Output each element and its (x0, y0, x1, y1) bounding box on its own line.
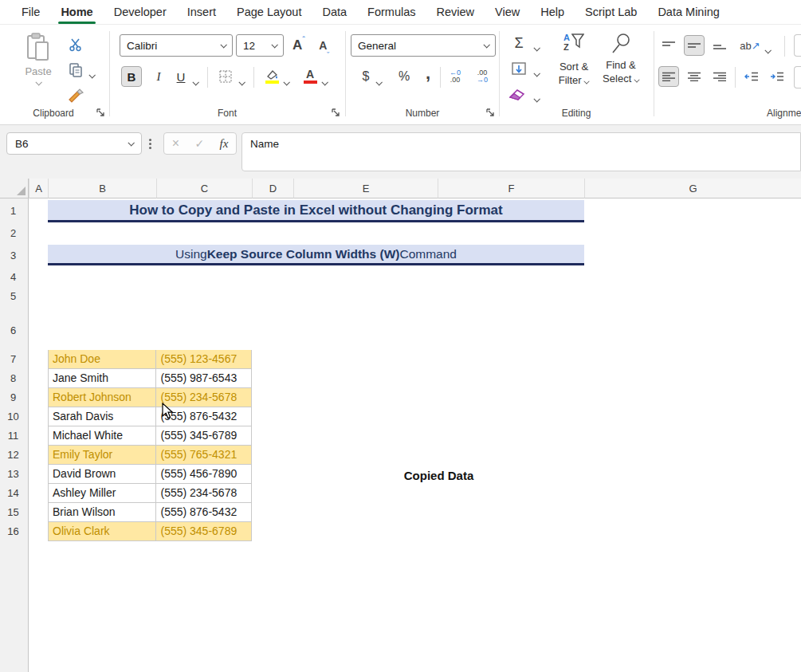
row-header-2[interactable]: 2 (0, 224, 26, 243)
tab-review[interactable]: Review (426, 0, 485, 24)
subtitle-cell[interactable]: Using Keep Source Column Widths (W) Comm… (48, 245, 584, 265)
cell-phone[interactable]: (555) 234-5678 (156, 388, 252, 407)
underline-chevron-icon[interactable] (193, 74, 201, 82)
align-center-button[interactable] (684, 66, 705, 87)
align-top-button[interactable] (658, 35, 679, 56)
row-header-13[interactable]: 13 (0, 465, 26, 484)
cell-name[interactable]: Robert Johnson (49, 388, 156, 407)
fill-color-button[interactable] (261, 66, 282, 87)
increase-indent-button[interactable] (767, 66, 787, 87)
format-painter-button[interactable] (65, 85, 86, 106)
row-header-12[interactable]: 12 (0, 446, 26, 465)
tab-view[interactable]: View (485, 0, 530, 24)
column-header-a[interactable]: A (29, 179, 48, 198)
tab-file[interactable]: File (11, 0, 50, 24)
number-dialog-launcher[interactable] (485, 108, 497, 119)
cell-name[interactable]: David Brown (49, 465, 156, 484)
cell-name[interactable]: Emily Taylor (49, 446, 156, 465)
increase-decimal-button[interactable]: ←0 .00 (445, 66, 465, 87)
cell-name[interactable]: Sarah Davis (49, 407, 156, 426)
italic-button[interactable]: I (148, 66, 169, 87)
font-size-combo[interactable]: 12 (236, 34, 284, 57)
row-header-11[interactable]: 11 (0, 426, 26, 446)
decrease-indent-button[interactable] (741, 66, 762, 87)
tab-script-lab[interactable]: Script Lab (575, 0, 647, 24)
row-header-1[interactable]: 1 (0, 202, 26, 221)
row-header-14[interactable]: 14 (0, 484, 26, 503)
row-header-8[interactable]: 8 (0, 369, 26, 388)
increase-font-button[interactable]: A ˆ (289, 35, 309, 56)
copy-chevron-icon[interactable] (89, 67, 97, 75)
font-color-chevron-icon[interactable] (322, 74, 330, 82)
font-color-button[interactable]: A (300, 66, 320, 87)
align-right-button[interactable] (709, 66, 730, 87)
cell-name[interactable]: Olivia Clark (49, 522, 156, 541)
clipped-button[interactable] (794, 34, 801, 57)
currency-chevron-icon[interactable] (376, 74, 384, 82)
decrease-decimal-button[interactable]: .00 →0 (472, 66, 493, 87)
cell-name[interactable]: John Doe (49, 350, 156, 369)
tab-page-layout[interactable]: Page Layout (226, 0, 312, 24)
cell-phone[interactable]: (555) 345-6789 (156, 426, 252, 446)
clipped-button[interactable] (794, 66, 801, 88)
clipboard-dialog-launcher[interactable] (96, 108, 107, 119)
decrease-font-button[interactable]: A ˆ (314, 35, 335, 56)
cell-name[interactable]: Jane Smith (49, 369, 156, 388)
font-dialog-launcher[interactable] (331, 108, 342, 119)
font-name-combo[interactable]: Calibri (120, 34, 233, 57)
cell-phone[interactable]: (555) 123-4567 (156, 350, 252, 369)
borders-chevron-icon[interactable] (239, 74, 247, 82)
cell-phone[interactable]: (555) 345-6789 (156, 522, 252, 541)
insert-function-icon[interactable]: fx (219, 137, 228, 151)
percent-button[interactable]: % (394, 66, 414, 87)
cell-phone[interactable]: (555) 876-5432 (156, 503, 252, 522)
formula-bar-input[interactable]: Name (241, 132, 801, 171)
find-select-button[interactable]: Find & Select (598, 33, 644, 108)
tab-formulas[interactable]: Formulas (357, 0, 426, 24)
row-header-16[interactable]: 16 (0, 522, 26, 541)
tab-help[interactable]: Help (530, 0, 575, 24)
copied-data-label[interactable]: Copied Data (293, 466, 584, 485)
row-header-9[interactable]: 9 (0, 388, 26, 407)
row-header-7[interactable]: 7 (0, 350, 26, 369)
bold-button[interactable]: B (121, 66, 142, 87)
cell-phone[interactable]: (555) 765-4321 (156, 446, 252, 465)
autosum-button[interactable]: Σ (508, 33, 529, 53)
row-header-4[interactable]: 4 (0, 268, 26, 287)
align-left-button[interactable] (658, 66, 679, 87)
fill-color-chevron-icon[interactable] (284, 74, 292, 82)
cell-phone[interactable]: (555) 876-5432 (156, 407, 252, 426)
align-bottom-button[interactable] (709, 35, 730, 56)
name-box[interactable]: B6 (6, 132, 142, 155)
column-header-c[interactable]: C (156, 179, 252, 198)
column-header-b[interactable]: B (48, 179, 156, 198)
tab-data[interactable]: Data (312, 0, 357, 24)
column-header-g[interactable]: G (584, 179, 801, 198)
underline-button[interactable]: U (171, 66, 191, 87)
row-header-6[interactable]: 6 (0, 321, 26, 340)
select-all-corner[interactable] (0, 179, 29, 198)
row-header-15[interactable]: 15 (0, 503, 26, 522)
borders-button[interactable] (215, 66, 236, 87)
paste-button[interactable]: Paste (14, 33, 62, 108)
tab-insert[interactable]: Insert (177, 0, 226, 24)
tab-home[interactable]: Home (50, 0, 103, 24)
copy-button[interactable] (65, 60, 86, 81)
cell-name[interactable]: Michael White (49, 426, 156, 446)
comma-button[interactable]: , (418, 66, 438, 87)
clear-button[interactable] (507, 84, 528, 104)
column-header-d[interactable]: D (252, 179, 293, 198)
orientation-chevron-icon[interactable] (765, 42, 773, 50)
autosum-chevron-icon[interactable] (534, 40, 542, 48)
enter-icon[interactable]: ✓ (194, 137, 204, 150)
number-format-combo[interactable]: General (351, 34, 496, 57)
row-header-3[interactable]: 3 (0, 246, 26, 265)
title-cell[interactable]: How to Copy and Paste in Excel without C… (48, 200, 584, 222)
column-header-e[interactable]: E (293, 179, 438, 198)
tab-developer[interactable]: Developer (104, 0, 177, 24)
cell-phone[interactable]: (555) 987-6543 (156, 369, 252, 388)
fill-button[interactable] (508, 58, 529, 79)
sort-filter-button[interactable]: AZ Sort & Filter (552, 33, 596, 108)
cut-button[interactable] (65, 34, 86, 55)
currency-button[interactable]: $ (355, 66, 376, 87)
